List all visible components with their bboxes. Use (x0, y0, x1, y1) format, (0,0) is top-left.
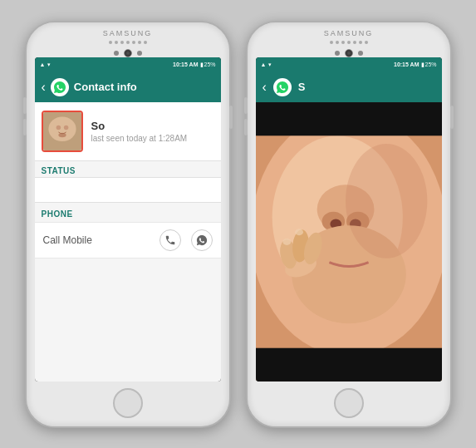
speaker-hole-right (358, 51, 363, 56)
phone-bottom (27, 382, 229, 426)
profile-header-name: S (298, 81, 306, 93)
phone-right: SAMSUNG ▲ ▾ 10:15 AM ▮25% (246, 21, 452, 428)
status-time: 10:15 AM (173, 62, 198, 67)
back-button[interactable]: ‹ (42, 80, 46, 95)
profile-header: ‹ S (256, 72, 442, 102)
contact-last-seen: last seen today at 1:28AM (91, 134, 188, 143)
profile-image-area[interactable] (256, 102, 442, 382)
contact-name: So (91, 120, 188, 132)
svg-point-21 (346, 144, 427, 258)
camera-lens-right (345, 49, 353, 57)
signal-icon: ▲ (40, 62, 46, 67)
status-icons-right: ▲ ▾ (261, 62, 272, 68)
power-btn-right[interactable] (450, 106, 454, 129)
app-header: ‹ Contact info (35, 72, 221, 102)
status-bar-right: ▲ ▾ 10:15 AM ▮25% (256, 57, 442, 72)
wifi-icon: ▾ (47, 62, 51, 68)
contact-profile[interactable]: So last seen today at 1:28AM (35, 102, 221, 161)
phone-top-right: SAMSUNG (248, 22, 450, 57)
status-bar: ▲ ▾ 10:15 AM ▮25% (35, 57, 221, 72)
home-button-right[interactable] (334, 388, 364, 418)
status-section-header: STATUS (35, 161, 221, 178)
volume-buttons (23, 97, 27, 135)
camera-area (114, 49, 142, 57)
phone-bottom-right (248, 382, 450, 426)
speaker (109, 41, 147, 44)
time-right: 10:15 AM (394, 62, 419, 67)
status-bar-right: 10:15 AM ▮25% (173, 62, 216, 68)
phone-left: SAMSUNG ▲ ▾ 10:15 AM ▮25% (25, 21, 231, 428)
phone-row: Call Mobile (35, 222, 221, 258)
power-btn[interactable] (229, 106, 233, 129)
speaker-right (330, 41, 368, 44)
contact-body: So last seen today at 1:28AM STATUS PHON… (35, 102, 221, 382)
avatar[interactable] (42, 111, 83, 152)
whatsapp-logo (51, 78, 69, 96)
battery-right: ▮25% (421, 62, 436, 68)
wifi-icon-right: ▾ (268, 62, 272, 68)
volume-down-right[interactable] (244, 119, 248, 135)
sensor (114, 51, 119, 56)
status-section-content (35, 178, 221, 203)
brand-label: SAMSUNG (103, 29, 153, 37)
svg-rect-23 (256, 347, 442, 380)
svg-point-19 (282, 239, 291, 245)
sensor-right (335, 51, 340, 56)
camera-area-right (335, 49, 363, 57)
left-screen: ▲ ▾ 10:15 AM ▮25% ‹ Contact info (35, 57, 221, 382)
whatsapp-call-button[interactable] (191, 229, 213, 251)
header-title: Contact info (74, 81, 214, 93)
brand-label-right: SAMSUNG (324, 29, 374, 37)
avatar-image (43, 112, 81, 150)
home-button[interactable] (113, 388, 143, 418)
svg-rect-5 (43, 112, 81, 150)
volume-up-button[interactable] (23, 97, 27, 114)
time-battery-right: 10:15 AM ▮25% (394, 62, 437, 68)
volume-down-button[interactable] (23, 119, 27, 135)
battery-icon: ▮25% (200, 62, 215, 68)
phone-actions (159, 229, 213, 251)
svg-rect-22 (256, 102, 442, 135)
svg-point-20 (295, 229, 303, 235)
phone-top-area: SAMSUNG (27, 22, 229, 57)
volume-buttons-right (244, 97, 248, 135)
power-button (229, 106, 233, 129)
baby-photo (256, 102, 442, 382)
right-screen: ▲ ▾ 10:15 AM ▮25% ‹ S (256, 57, 442, 382)
status-bar-left: ▲ ▾ (40, 62, 52, 68)
camera-lens (124, 49, 132, 57)
phone-section-header: PHONE (35, 203, 221, 222)
back-button-right[interactable]: ‹ (263, 80, 267, 95)
volume-up-right[interactable] (244, 97, 248, 114)
call-label: Call Mobile (43, 234, 92, 246)
power-button-right (450, 106, 454, 129)
call-button[interactable] (159, 229, 181, 251)
signal-icon-right: ▲ (261, 62, 267, 67)
whatsapp-logo-right (273, 78, 292, 96)
speaker-hole (137, 51, 142, 56)
contact-info-text: So last seen today at 1:28AM (91, 120, 188, 143)
